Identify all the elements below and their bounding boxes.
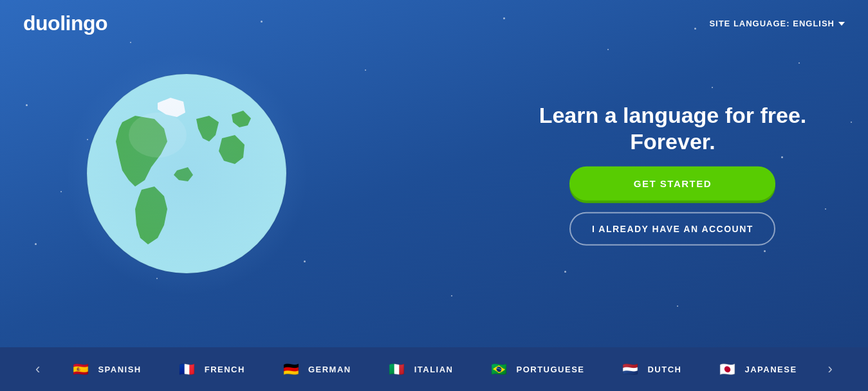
site-language-label: SITE LANGUAGE: ENGLISH	[709, 19, 835, 28]
flag-icon-italian: 🇮🇹	[387, 362, 408, 376]
flag-icon-dutch: 🇳🇱	[620, 362, 641, 376]
flag-icon-german: 🇩🇪	[281, 362, 302, 376]
language-name-portuguese: PORTUGUESE	[516, 365, 584, 374]
already-have-account-button[interactable]: I ALREADY HAVE AN ACCOUNT	[569, 212, 775, 245]
tagline: Learn a language for free. Forever.	[518, 102, 827, 155]
globe-container	[84, 71, 290, 277]
right-content: Learn a language for free. Forever. GET …	[477, 102, 868, 246]
globe-glow	[64, 51, 309, 296]
language-item-dutch[interactable]: 🇳🇱DUTCH	[602, 347, 699, 391]
get-started-button[interactable]: GET STARTED	[569, 166, 775, 200]
language-list: 🇪🇸SPANISH🇫🇷FRENCH🇩🇪GERMAN🇮🇹ITALIAN🇧🇷PORT…	[53, 347, 815, 391]
flag-icon-japanese: 🇯🇵	[717, 362, 738, 376]
languages-next-button[interactable]: ›	[815, 347, 845, 391]
chevron-down-icon	[838, 22, 845, 26]
language-name-italian: ITALIAN	[414, 365, 454, 374]
flag-icon-spanish: 🇪🇸	[71, 362, 91, 376]
header: duolingo SITE LANGUAGE: ENGLISH	[0, 0, 868, 47]
language-item-french[interactable]: 🇫🇷FRENCH	[160, 347, 263, 391]
language-name-french: FRENCH	[205, 365, 245, 374]
language-name-german: GERMAN	[308, 365, 351, 374]
flag-icon-portuguese: 🇧🇷	[489, 362, 510, 376]
language-item-spanish[interactable]: 🇪🇸SPANISH	[53, 347, 159, 391]
bottom-bar: ‹ 🇪🇸SPANISH🇫🇷FRENCH🇩🇪GERMAN🇮🇹ITALIAN🇧🇷PO…	[0, 347, 868, 391]
site-language-selector[interactable]: SITE LANGUAGE: ENGLISH	[709, 19, 845, 28]
main-area: duolingo SITE LANGUAGE: ENGLISH	[0, 0, 868, 347]
language-item-portuguese[interactable]: 🇧🇷PORTUGUESE	[471, 347, 602, 391]
flag-icon-french: 🇫🇷	[178, 362, 198, 376]
language-item-italian[interactable]: 🇮🇹ITALIAN	[369, 347, 472, 391]
logo: duolingo	[23, 12, 107, 35]
language-item-japanese[interactable]: 🇯🇵JAPANESE	[699, 347, 815, 391]
language-name-dutch: DUTCH	[647, 365, 681, 374]
language-item-german[interactable]: 🇩🇪GERMAN	[263, 347, 369, 391]
language-name-spanish: SPANISH	[98, 365, 141, 374]
languages-prev-button[interactable]: ‹	[23, 347, 53, 391]
language-name-japanese: JAPANESE	[744, 365, 797, 374]
